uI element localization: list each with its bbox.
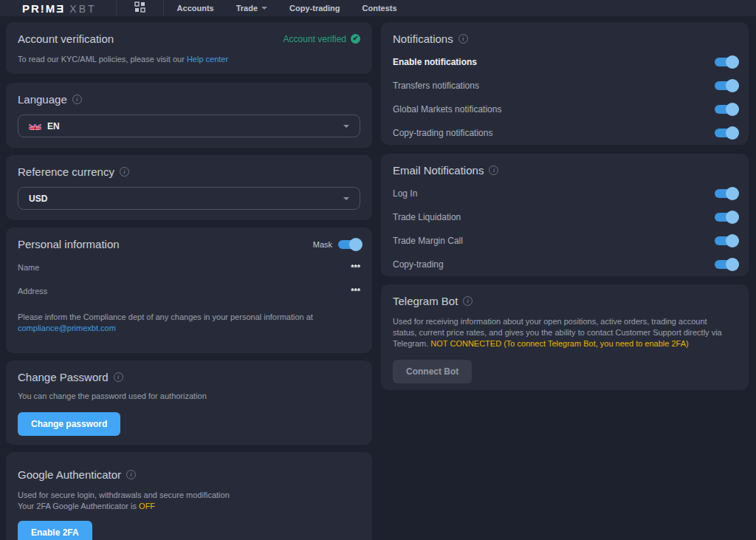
notifications-card: Notifications i Enable notifications Tra… (381, 22, 749, 145)
info-icon[interactable]: i (120, 167, 129, 177)
currency-selected-value: USD (29, 194, 47, 204)
account-verified-badge: Account verified ✔ (284, 34, 360, 44)
check-circle-icon: ✔ (351, 34, 360, 44)
language-title-row: Language i (18, 93, 360, 106)
trade-liquidation-label: Trade Liquidation (393, 212, 461, 222)
mask-label: Mask (313, 240, 332, 249)
address-value-masked: *** (351, 287, 360, 295)
language-selected-value: EN (47, 121, 60, 131)
telegram-bot-title: Telegram Bot (393, 295, 458, 307)
logo-primary-text: PR!MƎ (22, 2, 65, 15)
nav-accounts-label: Accounts (177, 4, 214, 13)
compliance-notice-text: Please inform the Compliance dept of any… (18, 312, 313, 321)
toggle-knob (726, 103, 739, 116)
compliance-email-link[interactable]: compliance@primexbt.com (18, 324, 116, 332)
toggle-knob (726, 55, 739, 69)
trade-margin-call-label: Trade Margin Call (393, 236, 463, 246)
nav-trade-label: Trade (236, 4, 258, 13)
trade-margin-call-toggle[interactable] (715, 236, 737, 245)
google-authenticator-text: Used for secure login, withdrawals and s… (18, 490, 360, 512)
log-in-toggle[interactable] (715, 189, 737, 198)
info-icon[interactable]: i (463, 296, 472, 306)
reference-currency-title: Reference currency (18, 165, 114, 178)
transfers-notifications-label: Transfers notifications (393, 81, 479, 91)
copy-trading-email-toggle[interactable] (715, 260, 737, 269)
personal-information-card: Personal information Mask Name *** Addre… (6, 228, 372, 353)
address-label: Address (18, 287, 47, 295)
apps-menu-button[interactable] (117, 0, 163, 16)
nav-item-copy-trading[interactable]: Copy-trading (289, 4, 340, 13)
help-center-link[interactable]: Help center (187, 55, 228, 64)
telegram-not-connected-status: NOT CONNECTED (430, 339, 504, 348)
change-password-button[interactable]: Change password (18, 412, 120, 436)
primexbt-logo[interactable]: PR!MƎ XBT (22, 2, 97, 15)
nav-item-accounts[interactable]: Accounts (177, 4, 214, 13)
change-password-title-row: Change Password i (18, 371, 360, 383)
toggle-row-enable-notifications: Enable notifications (393, 55, 737, 69)
left-column: Account verification Account verified ✔ … (6, 22, 372, 540)
address-row: Address *** (18, 287, 360, 295)
top-navbar: PR!MƎ XBT Accounts Trade Copy-trading Co… (0, 0, 756, 16)
notifications-title-row: Notifications i (393, 33, 737, 45)
toggle-row-trade-margin-call: Trade Margin Call (393, 233, 737, 248)
info-icon[interactable]: i (72, 95, 82, 104)
nav-item-contests[interactable]: Contests (362, 4, 397, 13)
log-in-label: Log In (393, 188, 417, 199)
ga-line1: Used for secure login, withdrawals and s… (18, 491, 230, 499)
nav-items: Accounts Trade Copy-trading Contests (177, 4, 397, 13)
notifications-title: Notifications (393, 33, 453, 45)
change-password-card: Change Password i You can change the pas… (6, 360, 372, 445)
reference-currency-select[interactable]: USD (18, 187, 360, 210)
kyc-text: To read our KYC/AML policies, please vis… (18, 55, 187, 64)
email-notifications-card: Email Notifications i Log In Trade Liqui… (381, 154, 749, 276)
toggle-row-copy-trading-notifications: Copy-trading notifications (393, 126, 737, 140)
mask-toggle[interactable] (338, 240, 360, 249)
info-icon[interactable]: i (458, 34, 468, 44)
personal-information-title: Personal information (18, 238, 120, 250)
copy-trading-notifications-label: Copy-trading notifications (393, 128, 492, 138)
language-card: Language i EN (6, 83, 372, 148)
toggle-row-transfers-notifications: Transfers notifications (393, 78, 737, 93)
compliance-notice: Please inform the Compliance dept of any… (18, 312, 360, 334)
telegram-2fa-requirement: (To connect Telegram Bot, you need to en… (504, 339, 689, 348)
telegram-bot-description: Used for receiving information about you… (393, 316, 726, 349)
nav-contests-label: Contests (362, 4, 397, 13)
toggle-knob (726, 126, 739, 140)
account-verification-title: Account verification (18, 33, 114, 45)
global-markets-notifications-toggle[interactable] (715, 105, 737, 114)
enable-notifications-toggle[interactable] (715, 58, 737, 66)
transfers-notifications-toggle[interactable] (715, 81, 737, 90)
info-icon[interactable]: i (114, 372, 123, 382)
account-verified-label: Account verified (284, 34, 346, 44)
language-select[interactable]: EN (18, 115, 360, 137)
language-title: Language (18, 93, 67, 106)
name-label: Name (18, 263, 39, 272)
email-notifications-title: Email Notifications (393, 164, 484, 177)
toggle-knob (726, 79, 739, 92)
connect-bot-button[interactable]: Connect Bot (393, 360, 472, 383)
right-column: Notifications i Enable notifications Tra… (381, 22, 749, 390)
nav-item-trade[interactable]: Trade (236, 4, 267, 13)
copy-trading-email-label: Copy-trading (393, 259, 444, 270)
toggle-row-global-markets-notifications: Global Markets notifications (393, 102, 737, 117)
toggle-knob (726, 234, 739, 247)
name-row: Name *** (18, 263, 360, 272)
chevron-down-icon (343, 125, 349, 128)
toggle-knob (726, 258, 739, 271)
enable-2fa-button[interactable]: Enable 2FA (18, 521, 92, 540)
reference-currency-card: Reference currency i USD (6, 155, 372, 220)
kyc-policy-text: To read our KYC/AML policies, please vis… (18, 54, 360, 65)
telegram-bot-title-row: Telegram Bot i (393, 295, 737, 307)
google-authenticator-title: Google Authenticator (18, 468, 121, 481)
uk-flag-icon (29, 122, 41, 130)
grid-apps-icon (134, 1, 145, 16)
nav-copy-trading-label: Copy-trading (289, 4, 340, 13)
copy-trading-notifications-toggle[interactable] (715, 129, 737, 137)
account-verification-card: Account verification Account verified ✔ … (6, 22, 372, 74)
info-icon[interactable]: i (126, 470, 136, 479)
logo-secondary-text: XBT (69, 3, 96, 15)
trade-liquidation-toggle[interactable] (715, 213, 737, 222)
google-authenticator-title-row: Google Authenticator i (18, 468, 360, 481)
toggle-row-trade-liquidation: Trade Liquidation (393, 210, 737, 225)
info-icon[interactable]: i (489, 165, 498, 175)
